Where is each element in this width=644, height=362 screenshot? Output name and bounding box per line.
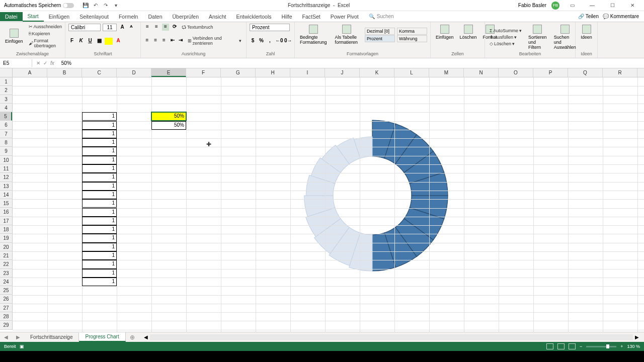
format-painter-button[interactable]: 🖌 Format übertragen	[27, 38, 64, 49]
sheet-tab-2[interactable]: Progress Chart	[79, 332, 125, 342]
col-header-P[interactable]: P	[533, 68, 568, 77]
add-sheet-button[interactable]: ⊕	[126, 334, 139, 341]
row-header-6[interactable]: 6	[0, 121, 12, 129]
fill-button[interactable]: ⬇ Ausfüllen ▾	[488, 34, 523, 40]
row-header-19[interactable]: 19	[0, 234, 12, 242]
font-name[interactable]: Calibri	[68, 24, 101, 31]
comma-icon[interactable]: ,	[267, 38, 273, 45]
cell-C13[interactable]: 1	[82, 182, 117, 191]
comments-button[interactable]: 💬 Kommentare	[603, 14, 639, 19]
row-header-21[interactable]: 21	[0, 251, 12, 260]
col-header-N[interactable]: N	[464, 68, 499, 77]
col-header-F[interactable]: F	[186, 68, 221, 77]
minimize-icon[interactable]: —	[585, 1, 600, 10]
enter-formula-icon[interactable]: ✓	[43, 60, 47, 66]
cell-C6[interactable]: 1	[82, 121, 117, 130]
cell-C23[interactable]: 1	[82, 269, 117, 278]
tab-view[interactable]: Ansicht	[204, 12, 231, 21]
indent-decrease-icon[interactable]: ⇤	[169, 37, 176, 44]
row-header-8[interactable]: 8	[0, 138, 12, 147]
sheet-nav-next[interactable]: ▶	[12, 334, 24, 340]
tab-file[interactable]: Datei	[0, 12, 23, 21]
cell-C9[interactable]: 1	[82, 147, 117, 155]
row-header-9[interactable]: 9	[0, 147, 12, 155]
search-box[interactable]: 🔍 Suchen	[364, 14, 399, 19]
cell-C21[interactable]: 1	[82, 251, 117, 260]
font-size[interactable]: 11	[103, 24, 117, 31]
row-header-22[interactable]: 22	[0, 260, 12, 268]
row-header-15[interactable]: 15	[0, 199, 12, 208]
cell-E5-selected[interactable]: 50%	[151, 112, 187, 121]
row-header-2[interactable]: 2	[0, 86, 12, 95]
row-header-14[interactable]: 14	[0, 191, 12, 199]
orientation-icon[interactable]: ⟳	[171, 24, 178, 31]
maximize-icon[interactable]: ☐	[605, 1, 620, 10]
find-button[interactable]: Suchen und Auswählen	[552, 24, 578, 51]
tab-data[interactable]: Daten	[143, 12, 167, 21]
align-middle-icon[interactable]: ≡	[153, 24, 160, 31]
row-header-12[interactable]: 12	[0, 173, 12, 182]
zoom-slider[interactable]	[586, 346, 616, 347]
cell-C12[interactable]: 1	[82, 173, 117, 182]
tab-insert[interactable]: Einfügen	[44, 12, 74, 21]
row-header-11[interactable]: 11	[0, 164, 12, 173]
cell-C14[interactable]: 1	[82, 191, 117, 199]
underline-button[interactable]: U	[87, 38, 94, 45]
col-header-Q[interactable]: Q	[568, 68, 603, 77]
formula-input[interactable]: 50%	[58, 59, 644, 67]
decrease-decimal-icon[interactable]: 0→	[284, 38, 291, 45]
tab-factset[interactable]: FactSet	[297, 12, 326, 21]
cell-C20[interactable]: 1	[82, 243, 117, 251]
col-header-K[interactable]: K	[360, 68, 394, 77]
autosum-button[interactable]: Σ AutoSumme ▾	[488, 28, 523, 34]
col-header-M[interactable]: M	[429, 68, 464, 77]
tab-formulas[interactable]: Formeln	[114, 12, 143, 21]
sheet-tab-1[interactable]: Fortschrittsanzeige	[24, 333, 79, 341]
zoom-in-icon[interactable]: +	[620, 344, 623, 349]
col-header-I[interactable]: I	[290, 68, 325, 77]
zoom-level[interactable]: 130 %	[627, 344, 640, 349]
row-header-18[interactable]: 18	[0, 225, 12, 234]
currency-icon[interactable]: $	[250, 38, 256, 45]
format-table-button[interactable]: Als Tabelle formatieren	[333, 24, 361, 46]
hscroll-track[interactable]	[150, 334, 633, 340]
row-header-5[interactable]: 5	[0, 112, 12, 121]
qat-dropdown-icon[interactable]: ▾	[112, 2, 119, 9]
tab-review[interactable]: Überprüfen	[168, 12, 204, 21]
macro-record-icon[interactable]: ▣	[20, 344, 24, 349]
bold-button[interactable]: F	[68, 38, 75, 45]
donut-chart[interactable]	[294, 118, 450, 274]
col-header-L[interactable]: L	[394, 68, 429, 77]
cell-C16[interactable]: 1	[82, 208, 117, 217]
col-header-C[interactable]: C	[82, 68, 117, 77]
row-header-24[interactable]: 24	[0, 278, 12, 286]
indent-increase-icon[interactable]: ⇥	[178, 37, 184, 44]
col-header-O[interactable]: O	[499, 68, 533, 77]
hscroll-right-icon[interactable]: ▶	[635, 334, 639, 340]
cell-C15[interactable]: 1	[82, 199, 117, 208]
sheet-nav-prev[interactable]: ◀	[0, 334, 12, 340]
increase-decimal-icon[interactable]: ←0	[275, 38, 282, 45]
row-header-3[interactable]: 3	[0, 95, 12, 104]
copy-button[interactable]: ⎘ Kopieren	[27, 31, 64, 37]
clear-button[interactable]: ◇ Löschen ▾	[488, 41, 523, 47]
decrease-font-icon[interactable]: A	[128, 24, 135, 31]
page-break-view-icon[interactable]	[569, 343, 576, 349]
cell-C17[interactable]: 1	[82, 217, 117, 225]
tab-dev[interactable]: Entwicklertools	[231, 12, 276, 21]
col-header-R[interactable]: R	[603, 68, 637, 77]
wrap-text-button[interactable]: ⮔ Textumbruch	[180, 24, 215, 30]
row-header-7[interactable]: 7	[0, 130, 12, 138]
toggle-off-icon[interactable]	[63, 3, 74, 8]
ribbon-options-icon[interactable]: ▭	[565, 1, 580, 10]
row-header-13[interactable]: 13	[0, 182, 12, 191]
number-format[interactable]: Prozent	[250, 24, 290, 31]
share-button[interactable]: 🔗 Teilen	[578, 14, 599, 19]
row-header-29[interactable]: 29	[0, 321, 12, 329]
hscroll-left-icon[interactable]: ◀	[144, 334, 148, 340]
tab-home[interactable]: Start	[23, 12, 44, 22]
normal-view-icon[interactable]	[546, 343, 553, 349]
col-header-G[interactable]: G	[221, 68, 256, 77]
col-header-J[interactable]: J	[325, 68, 360, 77]
cell-C22[interactable]: 1	[82, 260, 117, 268]
